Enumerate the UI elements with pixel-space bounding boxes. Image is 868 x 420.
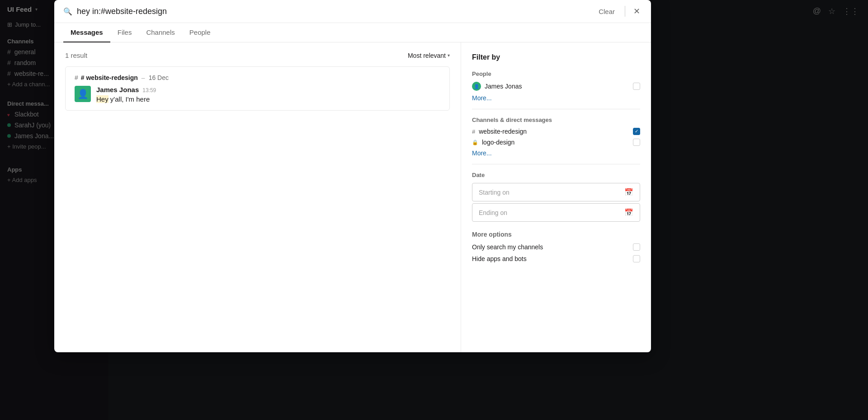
channel-filter-name: logo-design <box>482 139 629 146</box>
card-dash: – <box>142 74 145 81</box>
search-query-display[interactable]: hey in:#website-redesign <box>77 7 590 16</box>
search-header: 🔍 hey in:#website-redesign Clear ✕ <box>54 0 651 23</box>
search-tabs: Messages Files Channels People <box>54 23 651 42</box>
search-body: 1 result Most relevant ▾ # # website-red… <box>54 42 651 352</box>
sort-label: Most relevant <box>408 52 446 59</box>
calendar-icon: 📅 <box>624 188 633 196</box>
message-time: 13:59 <box>142 87 156 93</box>
hash-icon: # <box>75 74 78 81</box>
more-options-label: More options <box>472 231 640 238</box>
people-section-label: People <box>472 70 640 77</box>
filter-channel-item-website: # website-redesign <box>472 128 640 135</box>
result-card: # # website-redesign – 16 Dec 👤 James Jo… <box>65 66 450 111</box>
results-count: 1 result <box>65 51 87 59</box>
message-text: Hey y'all, I'm here <box>96 95 156 103</box>
tab-messages[interactable]: Messages <box>63 23 110 42</box>
search-icon: 🔍 <box>63 7 72 16</box>
date-section-label: Date <box>472 172 640 178</box>
section-divider <box>472 109 640 109</box>
sort-dropdown[interactable]: Most relevant ▾ <box>408 52 450 59</box>
filter-sidebar: Filter by People 👤 James Jonas More... C… <box>461 42 651 352</box>
option-label: Only search my channels <box>472 243 543 251</box>
option-checkbox-search-channels[interactable] <box>633 243 640 251</box>
channel-checkbox-website[interactable] <box>633 128 640 135</box>
person-checkbox[interactable] <box>633 83 640 90</box>
clear-button[interactable]: Clear <box>595 6 618 17</box>
channel-filter-name: website-redesign <box>479 128 629 135</box>
person-name: James Jonas <box>485 83 629 90</box>
channels-dm-section-label: Channels & direct messages <box>472 117 640 123</box>
tab-channels[interactable]: Channels <box>139 23 182 42</box>
tab-people[interactable]: People <box>182 23 218 42</box>
result-channel: # # website-redesign <box>75 74 138 81</box>
search-modal: 🔍 hey in:#website-redesign Clear ✕ Messa… <box>54 0 651 352</box>
section-divider <box>472 164 640 164</box>
message-author: James Jonas <box>96 86 139 93</box>
lock-icon: 🔒 <box>472 140 478 145</box>
result-date: 16 Dec <box>149 74 169 81</box>
close-button[interactable]: ✕ <box>632 5 642 17</box>
filter-title: Filter by <box>472 53 640 61</box>
option-search-my-channels: Only search my channels <box>472 243 640 251</box>
option-checkbox-hide-apps[interactable] <box>633 255 640 262</box>
message-rest: y'all, I'm here <box>110 95 150 103</box>
hash-icon: # <box>472 128 475 135</box>
results-area: 1 result Most relevant ▾ # # website-red… <box>54 42 461 352</box>
tab-files[interactable]: Files <box>110 23 139 42</box>
author-row: James Jonas 13:59 <box>96 86 156 93</box>
option-hide-apps-bots: Hide apps and bots <box>472 255 640 262</box>
ending-on-placeholder: Ending on <box>479 209 507 216</box>
message-row: 👤 James Jonas 13:59 Hey y'all, I'm here <box>75 86 440 103</box>
chevron-down-icon: ▾ <box>448 53 450 58</box>
avatar: 👤 <box>75 86 91 102</box>
channel-checkbox-logo[interactable] <box>633 139 640 146</box>
message-content: James Jonas 13:59 Hey y'all, I'm here <box>96 86 156 103</box>
header-divider <box>625 6 625 17</box>
starting-on-placeholder: Starting on <box>479 189 509 196</box>
filter-channel-item-logo: 🔒 logo-design <box>472 139 640 146</box>
option-label: Hide apps and bots <box>472 255 527 262</box>
results-header: 1 result Most relevant ▾ <box>65 51 450 59</box>
channels-more-link[interactable]: More... <box>472 149 640 157</box>
calendar-icon: 📅 <box>624 208 633 217</box>
result-card-header: # # website-redesign – 16 Dec <box>75 74 440 81</box>
filter-person-item: 👤 James Jonas <box>472 82 640 91</box>
people-more-link[interactable]: More... <box>472 94 640 102</box>
starting-on-input[interactable]: Starting on 📅 <box>472 183 640 201</box>
highlighted-word: Hey <box>96 95 108 103</box>
ending-on-input[interactable]: Ending on 📅 <box>472 203 640 222</box>
person-icon: 👤 <box>472 82 481 91</box>
